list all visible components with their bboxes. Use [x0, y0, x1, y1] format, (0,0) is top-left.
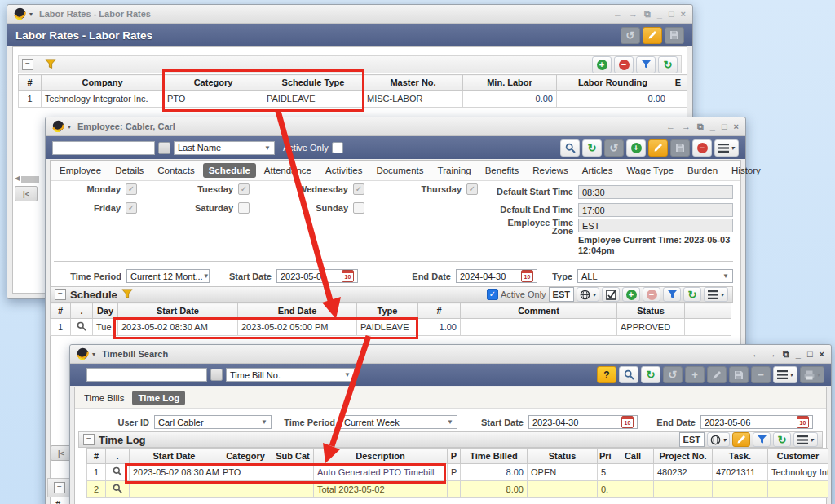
- remove-button[interactable]: −: [751, 366, 771, 383]
- app-menu-caret-icon[interactable]: ▾: [29, 11, 33, 18]
- time-period-select[interactable]: Current Week▼: [340, 415, 457, 429]
- table-row[interactable]: 1 2023-05-02 08:30 AM PTO Auto Generated…: [87, 464, 828, 481]
- globe-button[interactable]: ▾: [707, 432, 730, 447]
- col-start-date[interactable]: Start Date: [118, 303, 238, 319]
- employee-titlebar[interactable]: ▾ Employee: Cabler, Carl ← → ⧉ _ □ ×: [46, 117, 745, 136]
- add-schedule-button[interactable]: +: [622, 287, 640, 302]
- minimize-icon[interactable]: _: [710, 122, 715, 131]
- menu-button[interactable]: ▾: [714, 139, 739, 157]
- start-date-field[interactable]: 2023-04-30: [528, 415, 638, 429]
- col-dot[interactable]: .: [106, 449, 130, 464]
- menu-button[interactable]: ▾: [704, 287, 728, 302]
- filter-button[interactable]: [663, 287, 681, 302]
- col-master-no[interactable]: Master No.: [364, 75, 463, 91]
- default-end-time-field[interactable]: 17:00: [578, 203, 733, 217]
- maximize-icon[interactable]: □: [669, 10, 674, 19]
- search-field-select[interactable]: Last Name▼: [174, 141, 275, 155]
- filter-funnel-gold-icon[interactable]: [45, 59, 56, 71]
- search-button[interactable]: [619, 366, 638, 383]
- popout-icon[interactable]: ⧉: [644, 10, 651, 19]
- monday-checkbox[interactable]: [126, 183, 137, 195]
- undo-button[interactable]: ↺: [663, 366, 683, 383]
- clear-search-button[interactable]: [210, 369, 223, 381]
- start-date-field[interactable]: 2023-05-01: [276, 269, 358, 283]
- col-sub-cat[interactable]: Sub Cat: [272, 449, 314, 464]
- tab-wage-type[interactable]: Wage Type: [621, 163, 679, 178]
- col-time-billed[interactable]: Time Billed: [461, 449, 528, 464]
- filter-button[interactable]: [753, 432, 771, 447]
- calendar-icon[interactable]: [521, 270, 533, 282]
- end-date-field[interactable]: 2024-04-30: [456, 269, 537, 283]
- app-menu-caret-icon[interactable]: ▾: [68, 123, 71, 130]
- back-icon[interactable]: ←: [752, 350, 761, 359]
- default-start-time-field[interactable]: 08:30: [578, 185, 733, 199]
- select-all-button[interactable]: [602, 287, 620, 302]
- close-icon[interactable]: ×: [820, 350, 824, 359]
- col-customer[interactable]: Customer: [768, 449, 828, 464]
- col-num[interactable]: #: [19, 75, 42, 91]
- col-num[interactable]: #: [87, 449, 106, 464]
- menu-button[interactable]: ▾: [773, 366, 797, 383]
- tab-time-bills[interactable]: Time Bills: [78, 391, 130, 405]
- table-row[interactable]: 1 Technology Integrator Inc. PTO PAIDLEA…: [19, 91, 687, 108]
- col-p[interactable]: P: [448, 449, 461, 464]
- print-button[interactable]: ▾: [800, 366, 824, 383]
- refresh-button[interactable]: ↻: [773, 432, 791, 447]
- refresh-button[interactable]: ↻: [683, 287, 701, 302]
- popout-icon[interactable]: ⧉: [697, 122, 704, 131]
- tab-burden[interactable]: Burden: [682, 163, 723, 178]
- save-button[interactable]: [729, 366, 749, 383]
- tab-reviews[interactable]: Reviews: [527, 163, 573, 178]
- refresh-button[interactable]: ↻: [641, 366, 660, 383]
- saturday-checkbox[interactable]: [238, 202, 250, 214]
- forward-icon[interactable]: →: [767, 350, 776, 359]
- save-button[interactable]: [670, 139, 690, 157]
- edit-button[interactable]: [648, 139, 668, 157]
- active-only-checkbox[interactable]: [332, 142, 343, 153]
- remove-row-button[interactable]: −: [614, 56, 634, 73]
- edit-button[interactable]: [732, 432, 750, 447]
- col-end-date[interactable]: End Date: [238, 303, 357, 319]
- user-id-select[interactable]: Carl Cabler▼: [154, 415, 272, 429]
- undo-button[interactable]: ↺: [604, 139, 624, 157]
- forward-icon[interactable]: →: [629, 10, 638, 19]
- remove-schedule-button[interactable]: −: [643, 287, 660, 302]
- save-button[interactable]: [665, 27, 684, 44]
- tab-activities[interactable]: Activities: [320, 163, 368, 178]
- maximize-icon[interactable]: □: [722, 122, 727, 131]
- collapse-section-icon[interactable]: [54, 482, 65, 493]
- col-labor-rounding[interactable]: Labor Rounding: [557, 75, 669, 91]
- minimize-icon[interactable]: _: [796, 350, 801, 359]
- time-period-select[interactable]: Current 12 Mont...▼: [126, 269, 210, 283]
- col-start-date[interactable]: Start Date: [130, 449, 219, 464]
- tab-history[interactable]: History: [726, 163, 767, 178]
- tab-training[interactable]: Training: [432, 163, 477, 178]
- tab-employee[interactable]: Employee: [54, 163, 107, 178]
- tab-details[interactable]: Details: [109, 163, 149, 178]
- col-company[interactable]: Company: [42, 75, 164, 91]
- row-search-icon[interactable]: [106, 464, 130, 481]
- tab-articles[interactable]: Articles: [577, 163, 619, 178]
- hscrollbar[interactable]: [21, 176, 39, 183]
- calendar-icon[interactable]: [797, 416, 809, 428]
- col-hours[interactable]: #: [418, 303, 461, 319]
- col-category[interactable]: Category: [219, 449, 272, 464]
- add-button[interactable]: +: [685, 366, 705, 383]
- collapse-section-icon[interactable]: [83, 434, 95, 445]
- sunday-checkbox[interactable]: [353, 202, 364, 214]
- search-field-select[interactable]: Time Bill No.▼: [226, 368, 355, 382]
- calendar-icon[interactable]: [342, 270, 354, 282]
- remove-button[interactable]: −: [692, 139, 712, 157]
- collapse-section-icon[interactable]: [22, 59, 33, 70]
- row-search-icon[interactable]: [71, 319, 93, 336]
- friday-checkbox[interactable]: [126, 202, 137, 214]
- clear-search-button[interactable]: [158, 142, 170, 154]
- employee-time-zone-field[interactable]: EST: [578, 219, 733, 232]
- table-row-total[interactable]: 2 Total 2023-05-02 8.00 0.: [87, 481, 828, 498]
- col-schedule-type[interactable]: Schedule Type: [263, 75, 364, 91]
- col-type[interactable]: Type: [357, 303, 418, 319]
- tab-attendance[interactable]: Attendance: [258, 163, 317, 178]
- filter-button[interactable]: [636, 56, 656, 73]
- add-row-button[interactable]: +: [592, 56, 612, 73]
- type-select[interactable]: ALL▼: [577, 269, 733, 283]
